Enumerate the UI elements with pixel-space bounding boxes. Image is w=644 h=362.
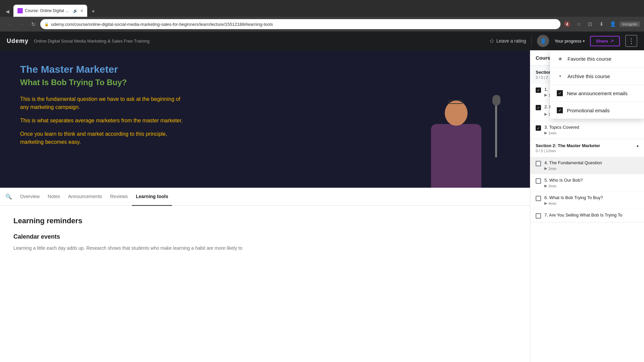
lock-icon: 🔒	[44, 22, 49, 26]
slide-para-1: This is the fundamental question we have…	[20, 95, 188, 111]
lesson-3-checkbox[interactable]: ✓	[536, 125, 541, 131]
app-header: Udemy Online Digital Social Media Market…	[0, 32, 644, 50]
slide-para-3: Once you learn to think and market accor…	[20, 130, 188, 146]
calendar-desc: Learning a little each day adds up. Rese…	[13, 244, 517, 252]
section-2-name: Section 2: The Master Marketer	[536, 143, 600, 148]
lesson-3-name: 3. Topics Covered	[544, 125, 639, 130]
app-wrapper: Udemy Online Digital Social Media Market…	[0, 32, 644, 362]
promotional-label: Promotional emails	[567, 108, 610, 113]
calendar-events-title: Calendar events	[13, 233, 517, 240]
lesson-2-checkbox[interactable]: ✓	[536, 105, 541, 110]
dropdown-item-archive[interactable]: ▪ Archive this course	[550, 68, 644, 85]
avatar: 👤	[537, 35, 549, 47]
play-icon-5: ▶	[544, 184, 547, 188]
incognito-badge: Incognito	[620, 21, 640, 27]
tab-reviews[interactable]: Reviews	[106, 188, 132, 206]
promotional-checkbox-icon: ✓	[557, 107, 563, 113]
share-label: Share	[596, 39, 608, 44]
extension-icon-1[interactable]: 🔇	[562, 21, 572, 27]
bookmark-icon[interactable]: ☆	[574, 21, 583, 27]
extension-icon-2[interactable]: ⊡	[585, 21, 595, 27]
dropdown-menu: ★ Favorite this course ▪ Archive this co…	[550, 50, 644, 119]
slide-para-2: This is what separates average marketers…	[20, 117, 188, 125]
lesson-7-checkbox[interactable]	[536, 213, 541, 219]
lesson-6-duration: ▶ 4min	[544, 201, 639, 205]
section-2-block: Section 2: The Master Marketer 0 / 5 | 1…	[530, 139, 644, 223]
slide-title: The Master Marketer	[20, 64, 510, 75]
section-2-meta: 0 / 5 | 12min	[536, 149, 600, 153]
lesson-5-checkbox[interactable]	[536, 178, 541, 184]
forward-btn[interactable]: →	[16, 21, 26, 28]
play-icon-3: ▶	[544, 131, 547, 135]
dropdown-item-favorite[interactable]: ★ Favorite this course	[550, 50, 644, 68]
lesson-6-checkbox[interactable]	[536, 196, 541, 201]
lesson-5-name: 5. Who Is Our Bob?	[544, 178, 639, 183]
browser-toolbar: ← → ↻ 🔒 udemy.com/course/online-digital-…	[0, 17, 644, 32]
slide-paragraphs: This is the fundamental question we have…	[20, 95, 188, 146]
lesson-7-info: 7. Are You Selling What Bob Is Trying To	[544, 213, 639, 218]
lesson-item-5[interactable]: 5. Who Is Our Bob? ▶ 2min	[530, 174, 644, 192]
play-icon-2: ▶	[544, 112, 547, 116]
lesson-item-7[interactable]: 7. Are You Selling What Bob Is Trying To	[530, 209, 644, 222]
new-tab-btn[interactable]: +	[89, 7, 98, 16]
lesson-item-6[interactable]: 6. What Is Bob Trying To Buy? ▶ 4min	[530, 192, 644, 209]
course-title: Online Digital Social Media Marketing & …	[34, 39, 484, 44]
lesson-7-name: 7. Are You Selling What Bob Is Trying To	[544, 213, 639, 218]
lesson-item-4[interactable]: 4. The Fundamental Question ▶ 2min	[530, 157, 644, 174]
play-icon-4: ▶	[544, 166, 547, 171]
progress-label: Your progress	[554, 39, 581, 44]
browser-chrome: ◀ Course: Online Digital Soci... 🔊 × +	[0, 0, 644, 17]
profile-icon[interactable]: 👤	[608, 21, 618, 27]
udemy-logo[interactable]: Udemy	[7, 38, 29, 45]
refresh-btn[interactable]: ↻	[28, 21, 38, 27]
progress-divider	[531, 36, 532, 46]
play-icon-1: ▶	[544, 93, 547, 97]
tab-notes[interactable]: Notes	[44, 188, 64, 206]
lesson-item-3[interactable]: ✓ 3. Topics Covered ▶ 1min	[530, 121, 644, 139]
address-bar[interactable]: 🔒 udemy.com/course/online-digital-social…	[40, 19, 560, 29]
lesson-4-info: 4. The Fundamental Question ▶ 2min	[544, 160, 639, 171]
tab-back-btn[interactable]: ◀	[4, 9, 11, 14]
announcements-checkbox-icon: ✓	[557, 90, 563, 96]
lesson-4-duration: ▶ 2min	[544, 166, 639, 171]
lesson-4-name: 4. The Fundamental Question	[544, 160, 639, 165]
slide-subtitle: What Is Bob Trying To Buy?	[20, 78, 510, 87]
main-layout: The Master Marketer What Is Bob Trying T…	[0, 50, 644, 362]
progress-btn[interactable]: Your progress ▾	[554, 39, 584, 44]
tab-learning-tools[interactable]: Learning tools	[132, 188, 172, 206]
archive-label: Archive this course	[568, 73, 610, 79]
section-2-chevron-icon: ▴	[637, 143, 639, 148]
more-btn[interactable]: ⋮	[625, 35, 637, 47]
browser-tab-active[interactable]: Course: Online Digital Soci... 🔊 ×	[13, 5, 87, 17]
star-icon: ☆	[489, 37, 494, 45]
leave-rating-btn[interactable]: ☆ Leave a rating	[489, 37, 526, 45]
share-btn[interactable]: Share ↗	[590, 36, 620, 46]
lesson-1-checkbox[interactable]: ✓	[536, 87, 541, 93]
learning-reminders-title: Learning reminders	[13, 217, 517, 225]
favorite-label: Favorite this course	[568, 56, 611, 62]
video-container: The Master Marketer What Is Bob Trying T…	[0, 50, 530, 188]
announcements-label: New announcement emails	[567, 90, 628, 96]
favorite-icon: ★	[557, 56, 564, 62]
tab-audio-icon: 🔊	[73, 9, 78, 13]
header-actions: ☆ Leave a rating 👤 Your progress ▾ Share…	[489, 35, 637, 47]
tab-overview[interactable]: Overview	[16, 188, 44, 206]
section-2-header[interactable]: Section 2: The Master Marketer 0 / 5 | 1…	[530, 139, 644, 157]
lesson-6-name: 6. What Is Bob Trying To Buy?	[544, 195, 639, 200]
lesson-6-info: 6. What Is Bob Trying To Buy? ▶ 4min	[544, 195, 639, 205]
download-icon[interactable]: ⬇	[597, 21, 606, 27]
lesson-4-checkbox[interactable]	[536, 161, 541, 166]
tab-close-btn[interactable]: ×	[80, 8, 83, 13]
dropdown-item-promotional[interactable]: ✓ Promotional emails	[550, 102, 644, 119]
lesson-3-duration: ▶ 1min	[544, 131, 639, 135]
tab-announcements[interactable]: Announcements	[64, 188, 106, 206]
tab-search-icon[interactable]: 🔍	[5, 193, 12, 200]
address-text[interactable]: udemy.com/course/online-digital-social-m…	[51, 22, 273, 27]
dropdown-item-announcements[interactable]: ✓ New announcement emails	[550, 85, 644, 102]
progress-chevron-icon: ▾	[583, 39, 585, 43]
content-area: The Master Marketer What Is Bob Trying T…	[0, 50, 530, 362]
back-btn[interactable]: ←	[4, 21, 14, 28]
leave-rating-label: Leave a rating	[496, 38, 526, 44]
lesson-5-info: 5. Who Is Our Bob? ▶ 2min	[544, 178, 639, 188]
lesson-5-duration: ▶ 2min	[544, 184, 639, 188]
